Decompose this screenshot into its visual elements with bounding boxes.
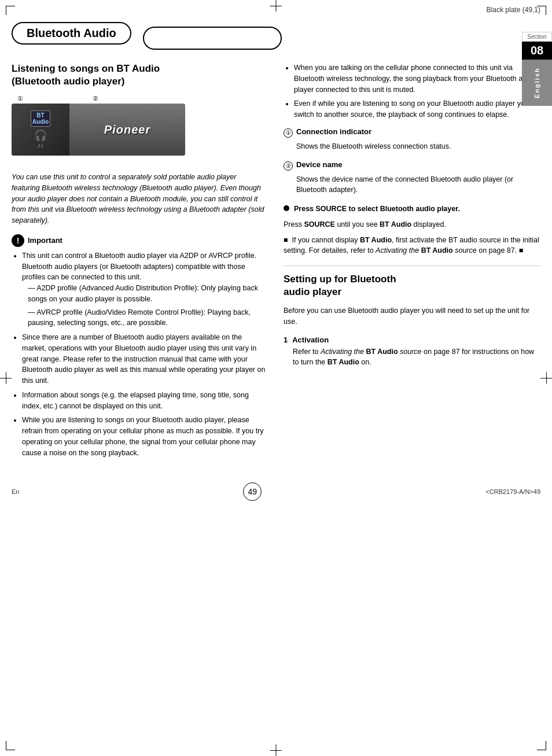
footer-code: <CRB2179-A/N>49 [485,488,540,495]
right-bullet-1: When you are talking on the cellular pho… [294,62,540,95]
pioneer-text: Pioneer [104,123,150,137]
dash-item-2: AVRCP profile (Audio/Video Remote Contro… [28,307,266,329]
bullet-item-3: Information about songs (e.g. the elapse… [22,390,266,412]
section-tab: Section 08 English [522,32,552,106]
corner-mark-bl [6,741,15,750]
footer-page: 49 [243,482,262,501]
right-bullet-2: Even if while you are listening to song … [294,98,540,120]
step1-heading-row: 1 Activation [284,335,540,344]
title-row: Bluetooth Audio [0,16,520,60]
section-label: Section [522,32,552,42]
num1-indicator: ① [17,95,23,102]
corner-mark-tr [537,6,546,15]
important-label: Important [28,236,62,245]
display-container: ① ② BTAudio 🎧 ♪♪ Pioneer [12,95,266,156]
sub-list-1: A2DP profile (Advanced Audio Distributio… [22,283,266,329]
bt-display-label: BTAudio [31,110,50,127]
black-circle [284,205,289,211]
right-bullet-list: When you are talking on the cellular pho… [284,62,540,120]
item2-heading-row: ② Device name [284,160,540,171]
bt-audio-title: Bluetooth Audio [12,22,131,45]
item1-body: Shows the Bluetooth wireless connection … [296,141,540,152]
important-icon: ! [12,234,24,247]
num-indicators-row: ① ② [12,95,185,102]
press-source-text: Press SOURCE to select Bluetooth audio p… [294,204,460,215]
crosshair-top [276,0,277,12]
item2-heading: Device name [296,160,343,169]
item2-num: ② [284,161,293,171]
footer: En 49 <CRB2179-A/N>49 [0,477,552,507]
bt-display-left: BTAudio 🎧 ♪♪ [12,104,69,156]
bt-audio-note: ■ If you cannot display BT Audio, first … [284,235,540,257]
important-box: ! Important This unit can control a Blue… [12,234,266,459]
setting-up-section: Setting up for Bluetoothaudio player Bef… [284,265,540,368]
setting-up-intro: Before you can use Bluetooth audio playe… [284,305,540,327]
intro-text: You can use this unit to control a separ… [12,172,266,226]
section-language-wrap: English [522,60,552,106]
dash-item-1: A2DP profile (Advanced Audio Distributio… [28,283,266,305]
crosshair-bottom [276,744,277,756]
item1-heading: Connection indicator [296,127,371,136]
important-header: ! Important [12,234,266,247]
press-source-body: Press SOURCE until you see BT Audio disp… [284,219,540,230]
bullet-item-2: Since there are a number of Bluetooth au… [22,332,266,386]
empty-rounded-box [143,27,282,50]
step1-heading: Activation [292,335,329,344]
crosshair-right [540,378,552,378]
crosshair-left [0,378,12,378]
bt-display-sublabel: ♪♪ [38,142,44,149]
bullet-item-4: While you are listening to songs on your… [22,415,266,458]
step1-body: Refer to Activating the BT Audio source … [293,346,540,368]
item2-body: Shows the device name of the connected B… [296,174,540,196]
setting-up-heading: Setting up for Bluetoothaudio player [284,273,540,298]
headphones-icon: 🎧 [34,129,47,142]
corner-mark-br [537,741,546,750]
step1-num: 1 [284,335,288,344]
footer-lang: En [12,488,19,495]
important-bullet-list: This unit can control a Bluetooth audio … [12,250,266,459]
left-section-heading: Listening to songs on BT Audio (Bluetoot… [12,62,266,88]
corner-mark-tl [6,6,15,15]
right-column: When you are talking on the cellular pho… [278,62,540,465]
bt-display: BTAudio 🎧 ♪♪ Pioneer [12,104,185,156]
press-source-row: Press SOURCE to select Bluetooth audio p… [284,204,540,215]
section-language: English [531,60,543,106]
bullet-item-1: This unit can control a Bluetooth audio … [22,250,266,329]
item1-num: ① [284,128,293,138]
item1-heading-row: ① Connection indicator [284,127,540,138]
num2-indicator: ② [93,95,98,102]
left-column: Listening to songs on BT Audio (Bluetoot… [12,62,278,465]
section-number: 08 [522,42,552,60]
bt-display-right: Pioneer [69,104,185,156]
header-text: Black plate (49,1) [487,6,540,14]
main-content: Listening to songs on BT Audio (Bluetoot… [0,62,552,465]
